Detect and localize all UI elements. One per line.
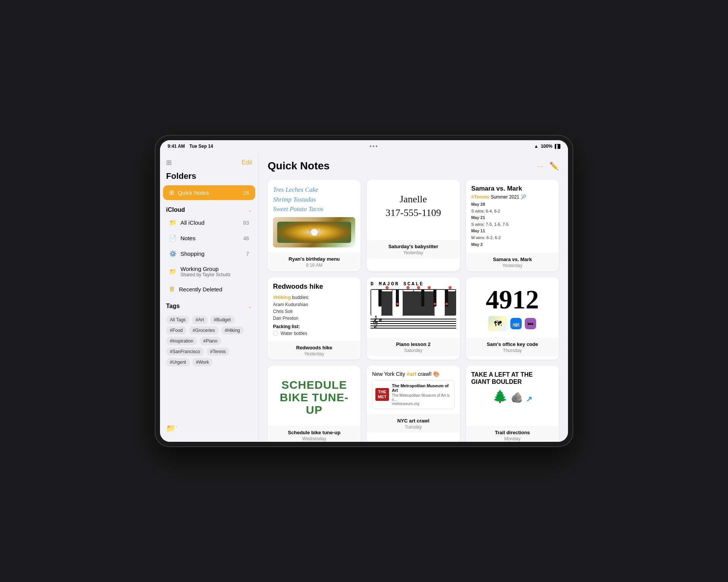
note-card-ryans-birthday[interactable]: Tres Leches CakeShrimp TostadasSweet Pot… — [268, 180, 361, 271]
notes-count: 46 — [243, 235, 249, 241]
white-key-d — [382, 290, 392, 291]
time: 9:41 AM — [168, 144, 185, 149]
working-group-sub: Shared by Taylor Schultz — [180, 272, 249, 277]
shopping-icon: ⚙️ — [169, 250, 177, 257]
tennis-suffix: Summer 2021 🎾 — [491, 194, 526, 200]
met-desc: The Metropolitan Museum of Art is o... — [392, 393, 451, 402]
tag-food[interactable]: #Food — [166, 326, 187, 335]
note-card-keycode[interactable]: 4912 🗺 🚌 🛏 Sam's office key code Thursda… — [466, 277, 559, 360]
sidebar-item-shopping[interactable]: ⚙️ Shopping 7 — [163, 246, 255, 261]
status-bar-center — [370, 146, 377, 147]
card7-title: Schedule bike tune-up — [273, 430, 355, 435]
met-url: metmuseum.org — [392, 402, 451, 406]
food-image: 🍽️ — [273, 217, 355, 247]
note-card-footer-6: Sam's office key code Thursday — [466, 338, 559, 356]
met-name: The Metropolitan Museum of Art — [392, 383, 451, 393]
new-folder-icon[interactable]: 📁+ — [166, 424, 177, 432]
note-card-nyc[interactable]: New York City #art crawl! 🎨 THEMET The M… — [367, 366, 460, 442]
card8-date: Tuesday — [372, 424, 454, 430]
note-card-directions[interactable]: TAKE A LEFT AT THEGIANT BOULDER 🌲 🪨 ↗ Tr… — [466, 366, 559, 442]
tag-piano[interactable]: #Piano — [199, 337, 221, 345]
tag-all-tags[interactable]: All Tags — [166, 316, 190, 324]
trash-icon: 🗑 — [169, 286, 175, 293]
nyc-note-content: New York City #art crawl! 🎨 THEMET The M… — [367, 366, 460, 415]
note-card-content-4: Redwoods hike #Hiking buddies: Aram Kudu… — [268, 277, 361, 341]
note-card-piano[interactable]: D MAJOR SCALE — [367, 277, 460, 360]
sidebar-toggle-icon[interactable]: ⊞ — [166, 158, 172, 167]
white-key-g — [414, 290, 424, 291]
tag-work[interactable]: #Work — [192, 358, 213, 366]
tag-budget[interactable]: #Budget — [210, 316, 235, 324]
sidebar-item-notes[interactable]: 📄 Notes 46 — [163, 231, 255, 246]
tennis-tag: #Tennis — [471, 194, 490, 200]
note-card-redwoods[interactable]: Redwoods hike #Hiking buddies: Aram Kudu… — [268, 277, 361, 360]
arrow-up: ↗ — [526, 394, 532, 404]
white-key-c2 — [445, 290, 455, 291]
white-key-e — [392, 290, 403, 316]
packing-water: Water bottles — [281, 331, 307, 336]
tag-urgent[interactable]: #Urgent — [166, 358, 190, 366]
card7-date: Wednesday — [273, 436, 355, 441]
white-key-b — [435, 290, 445, 316]
bike-text: SCHEDULEBIKE TUNE-UP — [273, 379, 355, 416]
sidebar-item-working-group[interactable]: 📁 Working Group Shared by Taylor Schultz — [163, 262, 255, 281]
sidebar-item-all-icloud[interactable]: 📁 All iCloud 83 — [163, 215, 255, 230]
notes-grid: Tres Leches CakeShrimp TostadasSweet Pot… — [268, 180, 559, 442]
folders-title: Folders — [160, 171, 258, 185]
status-bar-right: ▲ 100% ▌ — [534, 144, 560, 149]
card8-title: NYC art crawl — [372, 418, 454, 424]
shopping-label: Shopping — [180, 250, 246, 257]
big-number: 4912 — [471, 286, 554, 313]
staff-area: 𝄞 # — [370, 317, 456, 328]
card2-date: Yesterday — [372, 250, 454, 255]
birthday-handwriting: Tres Leches CakeShrimp TostadasSweet Pot… — [273, 185, 355, 214]
art-tag: #art — [406, 371, 416, 377]
main-title: Quick Notes — [268, 160, 329, 172]
card2-title: Saturday's babysitter — [372, 244, 454, 249]
tags-chevron[interactable]: ⌄ — [248, 303, 252, 309]
icloud-chevron[interactable]: ⌄ — [248, 207, 252, 213]
babysitter-handwriting: Janelle317-555-1109 — [372, 192, 454, 220]
tag-hiking[interactable]: #Hiking — [221, 326, 244, 335]
card9-title: Trail directions — [471, 430, 554, 435]
tag-chips: All Tags #Art #Budget #Food #Groceries #… — [166, 316, 252, 366]
tag-inspiration[interactable]: #Inspiration — [166, 337, 197, 345]
score-may28: May 28S wins: 6-4, 6-2 — [471, 201, 554, 214]
staff-line-4 — [370, 325, 456, 326]
checkbox-1 — [273, 331, 278, 336]
dot1 — [370, 146, 371, 147]
quick-notes-label: Quick Notes — [178, 189, 243, 196]
map-icons: 🗺 🚌 🛏 — [471, 316, 554, 331]
sidebar-item-recently-deleted[interactable]: 🗑 Recently Deleted — [163, 282, 255, 296]
white-key-a — [424, 290, 434, 291]
met-info: The Metropolitan Museum of Art The Metro… — [392, 383, 451, 406]
tags-section: All Tags #Art #Budget #Food #Groceries #… — [160, 313, 258, 369]
note-card-samara[interactable]: Samara vs. Mark #Tennis Summer 2021 🎾 Ma… — [466, 180, 559, 271]
tag-art[interactable]: #Art — [192, 316, 208, 324]
card6-date: Thursday — [471, 348, 554, 353]
food-image-inner: 🍽️ — [277, 222, 351, 243]
staff-line-3 — [370, 323, 456, 324]
ellipsis-icon[interactable]: ··· — [537, 162, 543, 171]
note-card-footer-8: NYC art crawl Tuesday — [367, 415, 460, 433]
tag-tennis[interactable]: #Tennis — [206, 347, 229, 356]
note-card-babysitter[interactable]: Janelle317-555-1109 Saturday's babysitte… — [367, 180, 460, 271]
note-card-footer-3: Samara vs. Mark Yesterday — [466, 253, 559, 271]
wifi-icon: ▲ — [534, 144, 538, 149]
piano-visual — [370, 289, 456, 316]
working-group-icon: 📁 — [169, 268, 177, 275]
rock-emoji: 🪨 — [511, 392, 523, 404]
black-key-fs — [421, 290, 424, 307]
tag-groceries[interactable]: #Groceries — [189, 326, 219, 335]
note-card-content-3: Samara vs. Mark #Tennis Summer 2021 🎾 Ma… — [466, 180, 559, 253]
note-card-footer-4: Redwoods hike Yesterday — [268, 341, 361, 360]
compose-icon[interactable]: ✏️ — [549, 161, 559, 171]
staff-line-1 — [370, 319, 456, 319]
tag-sanfrancisco[interactable]: #SanFrancisco — [166, 347, 204, 356]
sidebar-item-quick-notes[interactable]: ⊞ Quick Notes 28 — [163, 185, 255, 200]
icloud-label: iCloud — [166, 207, 185, 213]
note-card-bike[interactable]: SCHEDULEBIKE TUNE-UP Schedule bike tune-… — [268, 366, 361, 442]
notes-label: Notes — [180, 235, 243, 241]
edit-button[interactable]: Edit — [242, 159, 252, 166]
tags-label: Tags — [166, 303, 180, 310]
